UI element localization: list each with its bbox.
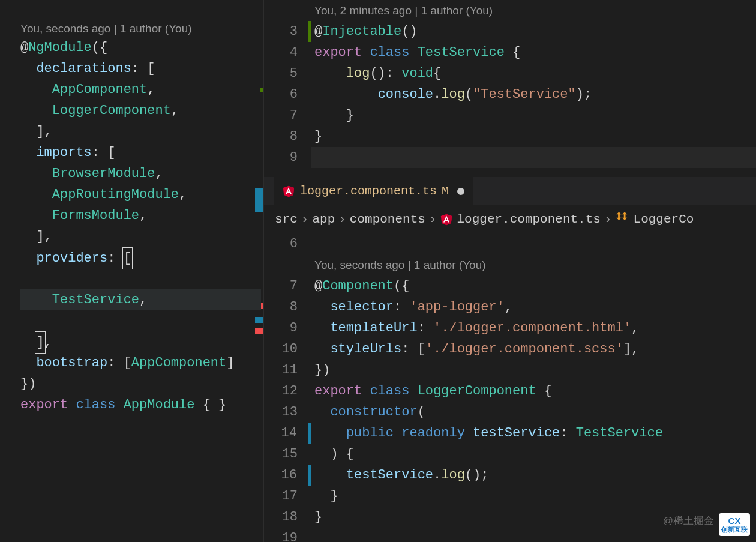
tab-filename: logger.component.ts [300, 181, 437, 202]
top-gutter: 3 4 5 6 7 8 9 [264, 0, 311, 168]
breadcrumb-seg[interactable]: logger.component.ts [457, 209, 600, 230]
breadcrumb-seg[interactable]: LoggerCo [634, 209, 694, 230]
logo-badge: CX 创新互联 [719, 513, 750, 536]
tab-logger-component[interactable]: logger.component.ts M [274, 177, 473, 205]
top-lines[interactable]: You, 2 minutes ago | 1 author (You) @Inj… [311, 0, 756, 168]
left-code-area[interactable]: @NgModule({ declarations: [ AppComponent… [20, 37, 261, 415]
class-symbol-icon [616, 209, 630, 230]
tab-dirty-dot-icon [457, 188, 464, 195]
breadcrumb-seg[interactable]: app [312, 209, 335, 230]
top-editor-pane[interactable]: 3 4 5 6 7 8 9 You, 2 minutes ago | 1 aut… [264, 0, 756, 177]
angular-icon [282, 185, 295, 198]
chevron-right-icon: › [338, 209, 346, 230]
watermark-text: @稀土掘金 [663, 510, 714, 531]
chevron-right-icon: › [429, 209, 437, 230]
tab-bar: logger.component.ts M [264, 177, 756, 205]
bottom-editor-pane[interactable]: 6 7 8 9 10 11 12 13 14 15 16 17 18 19 [264, 233, 756, 542]
codelens-annotation[interactable]: You, seconds ago | 1 author (You) [20, 18, 192, 39]
bottom-gutter: 6 7 8 9 10 11 12 13 14 15 16 17 18 19 [264, 233, 311, 542]
tab-modified-indicator: M [442, 181, 449, 202]
bottom-codelens[interactable]: You, seconds ago | 1 author (You) [311, 254, 756, 276]
chevron-right-icon: › [301, 209, 309, 230]
angular-icon [440, 213, 453, 226]
breadcrumb[interactable]: src › app › components › logger.componen… [264, 205, 756, 233]
left-editor-pane[interactable]: You, seconds ago | 1 author (You) @NgMod… [0, 0, 264, 542]
top-codelens[interactable]: You, 2 minutes ago | 1 author (You) [311, 0, 756, 21]
chevron-right-icon: › [604, 209, 612, 230]
breadcrumb-seg[interactable]: components [350, 209, 425, 230]
bottom-lines[interactable]: You, seconds ago | 1 author (You) @Compo… [311, 233, 756, 542]
breadcrumb-seg[interactable]: src [275, 209, 298, 230]
